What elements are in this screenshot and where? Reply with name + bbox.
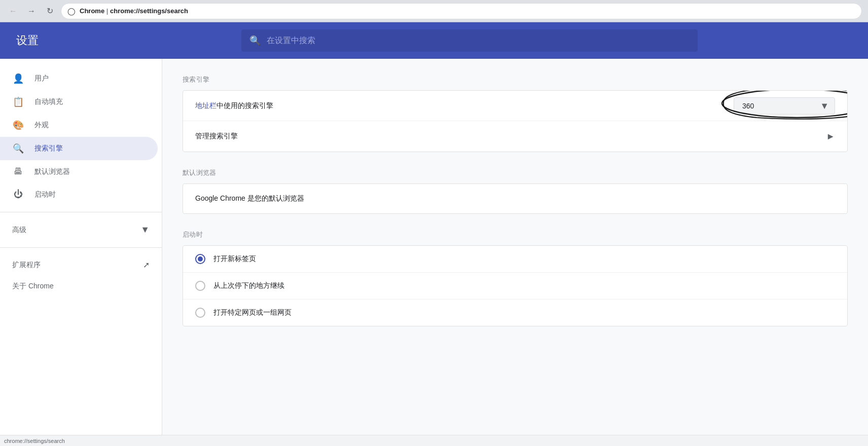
sidebar-label-user: 用户 (34, 74, 49, 83)
advanced-label: 高级 (12, 226, 26, 235)
sidebar-label-appearance: 外观 (34, 121, 49, 130)
sidebar-item-user[interactable]: 👤 用户 (0, 67, 158, 90)
sidebar-advanced[interactable]: 高级 ▼ (0, 218, 162, 241)
browser-icon: 🖶 (12, 166, 24, 177)
manage-label: 管理搜索引擎 (195, 132, 826, 141)
sidebar: 👤 用户 📋 自动填充 🎨 外观 🔍 搜索引擎 🖶 默认浏览器 ⏻ 启动时 高级… (0, 59, 162, 446)
default-browser-text: Google Chrome 是您的默认浏览器 (183, 184, 847, 213)
search-engine-title: 搜索引擎 (183, 75, 848, 84)
main-content: 搜索引擎 地址栏中使用的搜索引擎 360 百度 G (162, 59, 868, 446)
startup-label-newtab: 打开新标签页 (213, 254, 256, 264)
startup-label-continue: 从上次停下的地方继续 (213, 281, 284, 290)
sidebar-divider-2 (0, 247, 162, 248)
sidebar-label-autofill: 自动填充 (34, 97, 63, 106)
sidebar-item-search[interactable]: 🔍 搜索引擎 (0, 137, 158, 160)
external-link-icon: ➚ (143, 260, 150, 270)
radio-newtab[interactable] (195, 254, 205, 264)
url-text: Chrome | chrome://settings/search (80, 7, 188, 15)
manage-chevron-icon: ► (826, 131, 835, 142)
autofill-icon: 📋 (12, 96, 24, 107)
search-engine-card: 地址栏中使用的搜索引擎 360 百度 Google Bing (183, 90, 848, 152)
advanced-chevron-icon: ▼ (140, 225, 150, 235)
sidebar-item-autofill[interactable]: 📋 自动填充 (0, 90, 158, 114)
search-engine-row: 地址栏中使用的搜索引擎 360 百度 Google Bing (183, 91, 847, 121)
default-browser-title: 默认浏览器 (183, 168, 848, 177)
user-icon: 👤 (12, 73, 24, 84)
radio-continue[interactable] (195, 281, 205, 291)
extensions-label: 扩展程序 (12, 261, 41, 270)
forward-button[interactable]: → (24, 4, 39, 18)
address-bar-link[interactable]: 地址栏 (195, 101, 216, 109)
sidebar-item-default-browser[interactable]: 🖶 默认浏览器 (0, 160, 158, 183)
search-icon: 🔍 (249, 35, 261, 46)
extensions-item[interactable]: 扩展程序 ➚ (0, 254, 162, 276)
search-box[interactable]: 🔍 (241, 29, 698, 52)
browser-chrome: ← → ↻ ◯ Chrome | chrome://settings/searc… (0, 0, 868, 22)
sidebar-label-startup: 启动时 (34, 190, 56, 199)
settings-title: 设置 (16, 33, 77, 48)
main-layout: 👤 用户 📋 自动填充 🎨 外观 🔍 搜索引擎 🖶 默认浏览器 ⏻ 启动时 高级… (0, 59, 868, 446)
sidebar-label-search: 搜索引擎 (34, 144, 63, 153)
search-engine-select[interactable]: 360 百度 Google Bing (734, 97, 835, 115)
status-text: chrome://settings/search (4, 438, 65, 444)
default-browser-card: Google Chrome 是您的默认浏览器 (183, 183, 848, 214)
address-bar[interactable]: ◯ Chrome | chrome://settings/search (61, 3, 862, 19)
sidebar-item-appearance[interactable]: 🎨 外观 (0, 114, 158, 137)
settings-header: 设置 🔍 (0, 22, 868, 59)
startup-option-continue[interactable]: 从上次停下的地方继续 (183, 273, 847, 300)
startup-card: 打开新标签页 从上次停下的地方继续 打开特定网页或一组网页 (183, 245, 848, 326)
back-button[interactable]: ← (6, 4, 20, 18)
startup-option-specific[interactable]: 打开特定网页或一组网页 (183, 300, 847, 326)
reload-button[interactable]: ↻ (43, 4, 57, 18)
search-input[interactable] (267, 36, 690, 45)
appearance-icon: 🎨 (12, 120, 24, 131)
status-bar: chrome://settings/search (0, 435, 868, 446)
sidebar-label-default-browser: 默认浏览器 (34, 167, 70, 176)
about-chrome-label: 关于 Chrome (12, 282, 54, 291)
search-nav-icon: 🔍 (12, 143, 24, 154)
search-engine-dropdown-wrapper: 360 百度 Google Bing ▼ (734, 97, 835, 115)
startup-label-specific: 打开特定网页或一组网页 (213, 308, 292, 317)
manage-search-engines-row[interactable]: 管理搜索引擎 ► (183, 121, 847, 152)
about-chrome-item[interactable]: 关于 Chrome (0, 276, 162, 297)
startup-title: 启动时 (183, 230, 848, 239)
sidebar-item-startup[interactable]: ⏻ 启动时 (0, 183, 158, 206)
startup-icon: ⏻ (12, 189, 24, 200)
startup-option-newtab[interactable]: 打开新标签页 (183, 246, 847, 273)
sidebar-divider (0, 212, 162, 212)
search-engine-row-label: 地址栏中使用的搜索引擎 (195, 101, 734, 110)
radio-specific[interactable] (195, 308, 205, 318)
favicon-icon: ◯ (67, 7, 76, 15)
